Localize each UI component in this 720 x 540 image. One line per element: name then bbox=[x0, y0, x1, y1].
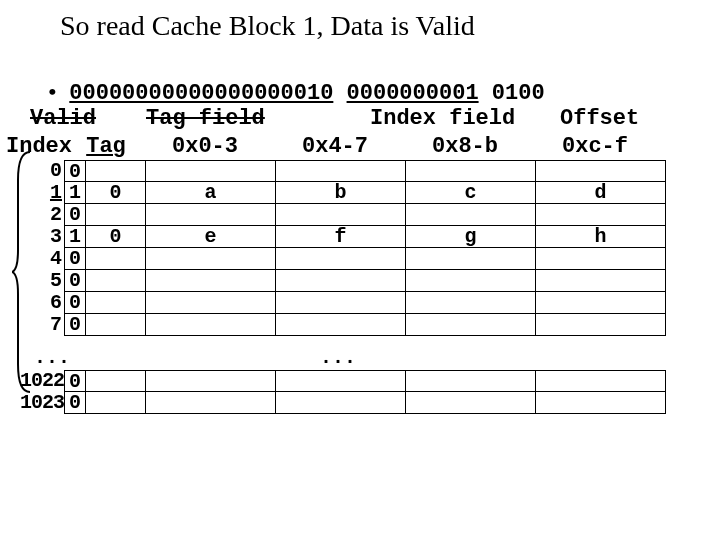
valid-cell: 0 bbox=[64, 314, 86, 336]
data-cell bbox=[276, 248, 406, 270]
data-cell bbox=[276, 392, 406, 414]
valid-cell: 0 bbox=[64, 370, 86, 392]
tag-cell bbox=[86, 314, 146, 336]
tag-cell bbox=[86, 160, 146, 182]
data-cell: f bbox=[276, 226, 406, 248]
offset-bits: 0100 bbox=[492, 81, 545, 106]
data-cell bbox=[406, 392, 536, 414]
data-cell: c bbox=[406, 182, 536, 204]
data-cell bbox=[536, 292, 666, 314]
tag-field-label: Tag field bbox=[146, 106, 265, 131]
idx-cell: 1 bbox=[26, 182, 64, 204]
data-cell: d bbox=[536, 182, 666, 204]
index-field-label: Index field bbox=[370, 106, 515, 131]
idx-cell: 0 bbox=[26, 160, 64, 182]
tag-cell bbox=[86, 270, 146, 292]
data-cell bbox=[536, 392, 666, 414]
data-cell bbox=[406, 248, 536, 270]
ellipsis-mid: ... bbox=[320, 346, 356, 369]
idx-cell: 2 bbox=[26, 204, 64, 226]
table-row: 70 bbox=[26, 314, 666, 336]
data-cell bbox=[406, 204, 536, 226]
hdr-tag: Tag bbox=[72, 134, 140, 159]
data-cell: e bbox=[146, 226, 276, 248]
idx-cell: 7 bbox=[26, 314, 64, 336]
table-row: 00 bbox=[26, 160, 666, 182]
tag-cell: 0 bbox=[86, 226, 146, 248]
hdr-col0: 0x0-3 bbox=[140, 134, 270, 159]
data-cell bbox=[146, 370, 276, 392]
bullet: • bbox=[48, 79, 56, 104]
table-row: 110abcd bbox=[26, 182, 666, 204]
valid-cell: 0 bbox=[64, 204, 86, 226]
hdr-col2: 0x8-b bbox=[400, 134, 530, 159]
tag-bits: 00000000000000000010 bbox=[69, 81, 333, 106]
index-bits: 0000000001 bbox=[347, 81, 479, 106]
data-cell bbox=[276, 314, 406, 336]
data-cell bbox=[406, 370, 536, 392]
data-cell bbox=[536, 248, 666, 270]
valid-cell: 0 bbox=[64, 392, 86, 414]
table-row: 20 bbox=[26, 204, 666, 226]
valid-label: Valid bbox=[30, 106, 96, 131]
data-cell bbox=[146, 292, 276, 314]
idx-cell: 6 bbox=[26, 292, 64, 314]
idx-cell: 1022 bbox=[6, 370, 64, 392]
table-row: 310efgh bbox=[26, 226, 666, 248]
tag-cell bbox=[86, 248, 146, 270]
table-row: 60 bbox=[26, 292, 666, 314]
tag-cell: 0 bbox=[86, 182, 146, 204]
offset-field-label: Offset bbox=[560, 106, 639, 131]
data-cell bbox=[406, 160, 536, 182]
address-bits-row: • 00000000000000000010 0000000001 0100 bbox=[0, 54, 720, 106]
table-row: 40 bbox=[26, 248, 666, 270]
data-cell bbox=[276, 370, 406, 392]
slide-title: So read Cache Block 1, Data is Valid bbox=[0, 0, 720, 42]
data-cell: b bbox=[276, 182, 406, 204]
tag-cell bbox=[86, 370, 146, 392]
data-cell: h bbox=[536, 226, 666, 248]
data-cell bbox=[276, 270, 406, 292]
data-cell bbox=[146, 248, 276, 270]
data-cell bbox=[536, 270, 666, 292]
idx-cell: 1023 bbox=[6, 392, 64, 414]
data-cell bbox=[276, 292, 406, 314]
data-cell: g bbox=[406, 226, 536, 248]
data-cell bbox=[406, 314, 536, 336]
valid-cell: 0 bbox=[64, 292, 86, 314]
idx-cell: 4 bbox=[26, 248, 64, 270]
cache-header-row: IndexTag0x0-30x4-70x8-b0xc-f bbox=[6, 134, 660, 159]
valid-cell: 0 bbox=[64, 160, 86, 182]
table-row: 10220 bbox=[6, 370, 666, 392]
data-cell bbox=[146, 204, 276, 226]
tag-cell bbox=[86, 292, 146, 314]
data-cell bbox=[536, 204, 666, 226]
valid-cell: 0 bbox=[64, 248, 86, 270]
data-cell bbox=[146, 160, 276, 182]
data-cell bbox=[276, 204, 406, 226]
data-cell bbox=[146, 314, 276, 336]
valid-cell: 1 bbox=[64, 182, 86, 204]
valid-cell: 1 bbox=[64, 226, 86, 248]
data-cell bbox=[146, 270, 276, 292]
table-row: 50 bbox=[26, 270, 666, 292]
table-row: 10230 bbox=[6, 392, 666, 414]
ellipsis-left: ... bbox=[34, 346, 70, 369]
data-cell bbox=[406, 270, 536, 292]
data-cell bbox=[276, 160, 406, 182]
data-cell bbox=[536, 160, 666, 182]
cache-table: 00 110abcd 20 310efgh 40 50 60 70 10220 … bbox=[26, 160, 666, 414]
data-cell bbox=[406, 292, 536, 314]
hdr-col3: 0xc-f bbox=[530, 134, 660, 159]
field-labels-row: Tag field Index field Offset bbox=[0, 106, 720, 136]
hdr-col1: 0x4-7 bbox=[270, 134, 400, 159]
data-cell bbox=[536, 370, 666, 392]
idx-cell: 5 bbox=[26, 270, 64, 292]
data-cell bbox=[536, 314, 666, 336]
data-cell bbox=[146, 392, 276, 414]
data-cell: a bbox=[146, 182, 276, 204]
valid-cell: 0 bbox=[64, 270, 86, 292]
idx-cell: 3 bbox=[26, 226, 64, 248]
tag-cell bbox=[86, 204, 146, 226]
tag-cell bbox=[86, 392, 146, 414]
